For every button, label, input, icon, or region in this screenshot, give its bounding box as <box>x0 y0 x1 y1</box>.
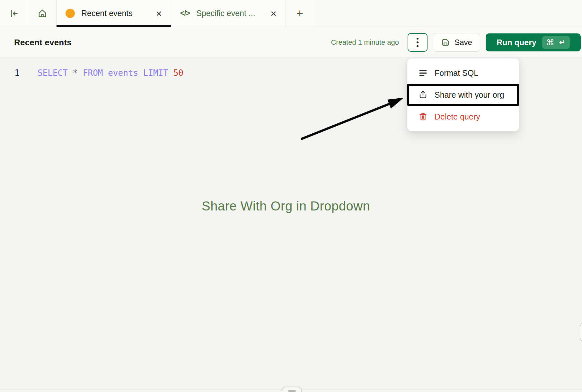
sql-number: 50 <box>173 68 183 78</box>
kebab-dot-icon <box>417 41 419 43</box>
menu-item-label: Format SQL <box>435 68 478 78</box>
plus-icon: + <box>296 8 303 19</box>
home-icon <box>37 8 48 19</box>
run-query-button[interactable]: Run query ⌘ <box>486 33 581 51</box>
sql-editor[interactable]: 1 SELECT * FROM events LIMIT 50 Forma <box>0 58 582 392</box>
return-key-icon <box>557 39 566 46</box>
share-upload-icon <box>418 90 428 100</box>
dropdown-menu: Format SQL Share with your org <box>407 58 519 131</box>
run-query-label: Run query <box>497 38 536 47</box>
sql-query-editor-page: Recent events × </> Specific event ... ×… <box>0 0 582 392</box>
tab-recent-events[interactable]: Recent events × <box>57 0 171 27</box>
menu-item-label: Share with your org <box>435 90 504 100</box>
header-actions: Created 1 minute ago Save Run query ⌘ <box>331 33 581 52</box>
bottom-drag-handle[interactable] <box>282 387 302 392</box>
sql-keyword: LIMIT <box>143 68 168 78</box>
tab-label: Specific event ... <box>196 9 265 18</box>
line-number: 1 <box>14 67 23 79</box>
right-edge-handle[interactable] <box>580 323 582 342</box>
annotation-text: Share With Org in Dropdown <box>202 199 370 213</box>
sql-keyword: FROM <box>83 68 103 78</box>
code-icon: </> <box>180 9 190 18</box>
collapse-sidebar-button[interactable] <box>0 0 28 27</box>
trash-icon <box>418 112 428 121</box>
tab-label: Recent events <box>81 9 151 18</box>
menu-item-format-sql[interactable]: Format SQL <box>407 62 519 84</box>
sql-operator: * <box>73 68 78 78</box>
save-icon <box>441 38 450 47</box>
tab-specific-event[interactable]: </> Specific event ... × <box>171 0 286 27</box>
query-header: Recent events Created 1 minute ago Save … <box>0 27 582 58</box>
close-tab-icon[interactable]: × <box>156 8 162 19</box>
save-button[interactable]: Save <box>433 33 480 52</box>
tab-bar: Recent events × </> Specific event ... ×… <box>0 0 582 27</box>
command-key-icon: ⌘ <box>546 39 554 47</box>
page-title: Recent events <box>14 38 72 48</box>
menu-item-delete-query[interactable]: Delete query <box>407 106 519 128</box>
keyboard-shortcut-badge: ⌘ <box>542 36 570 49</box>
menu-item-label: Delete query <box>435 112 480 121</box>
new-tab-button[interactable]: + <box>286 0 314 27</box>
unsaved-changes-dot-icon <box>66 9 75 18</box>
menu-item-share-with-org[interactable]: Share with your org <box>407 84 519 106</box>
more-options-button[interactable] <box>408 33 428 52</box>
close-tab-icon[interactable]: × <box>270 8 277 19</box>
save-label: Save <box>454 38 472 47</box>
sql-table-name: events <box>108 68 138 78</box>
collapse-sidebar-icon <box>9 9 19 18</box>
tab-bar-spacer <box>314 0 582 27</box>
kebab-dot-icon <box>417 38 419 40</box>
sql-keyword: SELECT <box>38 68 68 78</box>
sql-code: SELECT * FROM events LIMIT 50 <box>38 67 183 79</box>
format-lines-icon <box>418 68 428 78</box>
kebab-dot-icon <box>417 45 419 47</box>
drag-grip-icon <box>288 390 296 392</box>
created-timestamp: Created 1 minute ago <box>331 38 399 47</box>
home-button[interactable] <box>28 0 57 27</box>
